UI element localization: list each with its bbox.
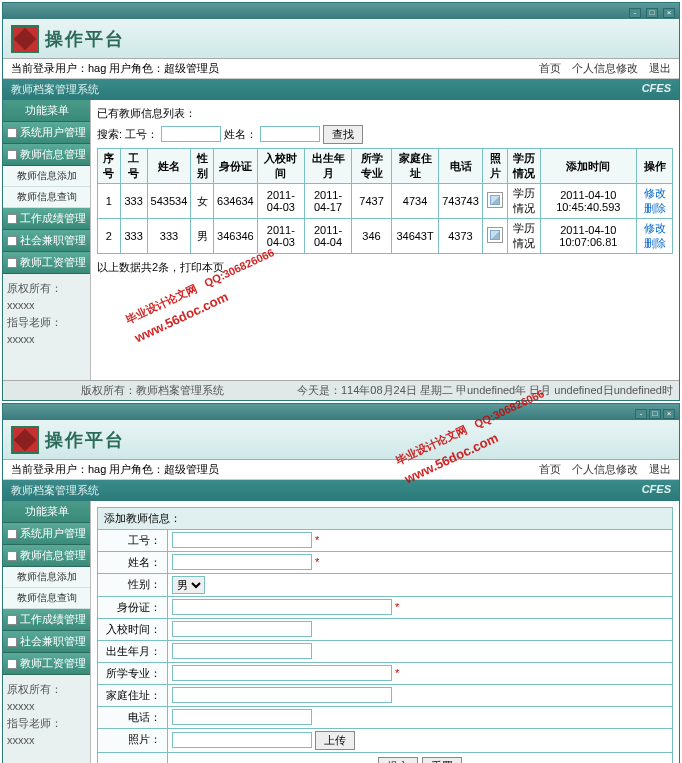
- sidebar-item-sysuser[interactable]: 系统用户管理: [3, 523, 90, 545]
- sidebar-item-work[interactable]: 工作成绩管理: [3, 609, 90, 631]
- submit-button[interactable]: 提交: [378, 757, 418, 763]
- max-btn[interactable]: □: [646, 8, 658, 18]
- edit-link[interactable]: 修改: [644, 222, 666, 234]
- logo-icon: [11, 426, 39, 454]
- form-title: 添加教师信息：: [98, 508, 672, 530]
- photo-placeholder-icon: [487, 192, 503, 208]
- search-name-input[interactable]: [260, 126, 320, 142]
- footer-copy: 版权所有：教师档案管理系统: [81, 383, 224, 398]
- sidebar-item-social[interactable]: 社会兼职管理: [3, 631, 90, 653]
- folder-icon: [7, 551, 17, 561]
- delete-link[interactable]: 删除: [644, 202, 666, 214]
- delete-link[interactable]: 删除: [644, 237, 666, 249]
- logo-icon: [11, 25, 39, 53]
- major-input[interactable]: [172, 665, 392, 681]
- main-form: 添加教师信息： 工号：* 姓名：* 性别：男 身份证：* 入校时间： 出生年月：…: [91, 501, 679, 763]
- table-header-row: 序号工号姓名性别身份证入校时间出生年月所学专业家庭住址电话照片学历情况添加时间操…: [98, 149, 673, 184]
- upload-button[interactable]: 上传: [315, 731, 355, 750]
- photo-placeholder-icon: [487, 227, 503, 243]
- main-list: 已有教师信息列表： 搜索: 工号： 姓名： 查找 序号工号姓名性别身份证入校时间…: [91, 100, 679, 380]
- sidebar-sub-query[interactable]: 教师信息查询: [3, 187, 90, 208]
- list-title: 已有教师信息列表：: [97, 106, 673, 121]
- sidebar: 功能菜单 系统用户管理 教师信息管理 教师信息添加 教师信息查询 工作成绩管理 …: [3, 100, 91, 380]
- reset-button[interactable]: 重置: [422, 757, 462, 763]
- birth-input[interactable]: [172, 643, 312, 659]
- app-header: 操作平台: [3, 19, 679, 59]
- min-btn[interactable]: -: [629, 8, 641, 18]
- folder-icon: [7, 529, 17, 539]
- folder-icon: [7, 128, 17, 138]
- sidebar-sub-query[interactable]: 教师信息查询: [3, 588, 90, 609]
- logout-link[interactable]: 退出: [649, 463, 671, 475]
- edit-link[interactable]: 修改: [644, 187, 666, 199]
- logout-link[interactable]: 退出: [649, 62, 671, 74]
- sidebar-item-social[interactable]: 社会兼职管理: [3, 230, 90, 252]
- folder-icon: [7, 214, 17, 224]
- app-name: 操作平台: [45, 27, 125, 51]
- footer: 版权所有：教师档案管理系统 今天是：114年08月24日 星期二 甲undefi…: [3, 380, 679, 400]
- current-user: 当前登录用户：hag 用户角色：超级管理员: [11, 61, 219, 76]
- search-row: 搜索: 工号： 姓名： 查找: [97, 125, 673, 144]
- folder-icon: [7, 150, 17, 160]
- folder-icon: [7, 236, 17, 246]
- subtitle-text: 教师档案管理系统: [11, 82, 99, 97]
- table-row: 1333543534女6346342011-04-032011-04-17743…: [98, 184, 673, 219]
- sidebar-info: 原权所有：xxxxx 指导老师：xxxxx: [3, 274, 90, 354]
- window-title: [7, 5, 10, 17]
- folder-icon: [7, 637, 17, 647]
- list-summary: 以上数据共2条，打印本页: [97, 260, 673, 275]
- profile-link[interactable]: 个人信息修改: [572, 463, 638, 475]
- home-link[interactable]: 首页: [539, 62, 561, 74]
- no-input[interactable]: [172, 532, 312, 548]
- subtitle-bar: 教师档案管理系统 CFES: [3, 480, 679, 501]
- folder-icon: [7, 659, 17, 669]
- teacher-table: 序号工号姓名性别身份证入校时间出生年月所学专业家庭住址电话照片学历情况添加时间操…: [97, 148, 673, 254]
- cfes-label: CFES: [642, 82, 671, 97]
- min-btn[interactable]: -: [635, 409, 647, 419]
- window-form: -□× 操作平台 当前登录用户：hag 用户角色：超级管理员 首页 个人信息修改…: [2, 403, 680, 763]
- max-btn[interactable]: □: [649, 409, 661, 419]
- sidebar-item-salary[interactable]: 教师工资管理: [3, 653, 90, 675]
- titlebar: -□×: [3, 404, 679, 420]
- titlebar: - □ ×: [3, 3, 679, 19]
- photo-input[interactable]: [172, 732, 312, 748]
- search-no-input[interactable]: [161, 126, 221, 142]
- footer-date: 今天是：114年08月24日 星期二 甲undefined年 日月 undefi…: [297, 383, 673, 398]
- profile-link[interactable]: 个人信息修改: [572, 62, 638, 74]
- sex-select[interactable]: 男: [172, 576, 205, 594]
- idcard-input[interactable]: [172, 599, 392, 615]
- user-bar: 当前登录用户：hag 用户角色：超级管理员 首页 个人信息修改 退出: [3, 59, 679, 79]
- close-btn[interactable]: ×: [663, 409, 675, 419]
- app-name: 操作平台: [45, 428, 125, 452]
- table-row: 2333333男3463462011-04-032011-04-04346346…: [98, 219, 673, 254]
- close-btn[interactable]: ×: [663, 8, 675, 18]
- subtitle-bar: 教师档案管理系统 CFES: [3, 79, 679, 100]
- folder-icon: [7, 615, 17, 625]
- addr-input[interactable]: [172, 687, 392, 703]
- window-buttons: - □ ×: [627, 5, 675, 18]
- search-no-label: 搜索: 工号：: [97, 128, 158, 140]
- folder-icon: [7, 258, 17, 268]
- user-bar: 当前登录用户：hag 用户角色：超级管理员 首页 个人信息修改 退出: [3, 460, 679, 480]
- app-header: 操作平台: [3, 420, 679, 460]
- intime-input[interactable]: [172, 621, 312, 637]
- sidebar-item-work[interactable]: 工作成绩管理: [3, 208, 90, 230]
- sidebar-header: 功能菜单: [3, 100, 90, 122]
- home-link[interactable]: 首页: [539, 463, 561, 475]
- sidebar-item-salary[interactable]: 教师工资管理: [3, 252, 90, 274]
- sidebar-item-teacher[interactable]: 教师信息管理: [3, 144, 90, 166]
- name-input[interactable]: [172, 554, 312, 570]
- tel-input[interactable]: [172, 709, 312, 725]
- teacher-form: 添加教师信息： 工号：* 姓名：* 性别：男 身份证：* 入校时间： 出生年月：…: [97, 507, 673, 763]
- sidebar: 功能菜单 系统用户管理 教师信息管理 教师信息添加 教师信息查询 工作成绩管理 …: [3, 501, 91, 763]
- sidebar-sub-add[interactable]: 教师信息添加: [3, 166, 90, 187]
- sidebar-item-sysuser[interactable]: 系统用户管理: [3, 122, 90, 144]
- sidebar-item-teacher[interactable]: 教师信息管理: [3, 545, 90, 567]
- search-button[interactable]: 查找: [323, 125, 363, 144]
- window-list: - □ × 操作平台 当前登录用户：hag 用户角色：超级管理员 首页 个人信息…: [2, 2, 680, 401]
- search-name-label: 姓名：: [224, 128, 257, 140]
- sidebar-sub-add[interactable]: 教师信息添加: [3, 567, 90, 588]
